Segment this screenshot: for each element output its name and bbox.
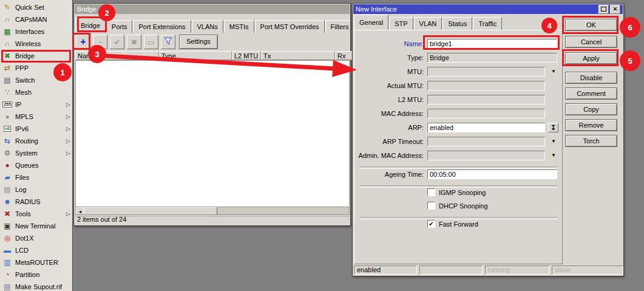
admin-mac-address-field[interactable] bbox=[427, 151, 545, 160]
dropdown-arrow-icon[interactable]: ▼ bbox=[549, 67, 558, 77]
sidebar-item-label: Wireless bbox=[15, 40, 41, 47]
antenna-icon: ∩ bbox=[2, 15, 12, 24]
actual-mtu-field[interactable] bbox=[427, 81, 545, 91]
bridge-window-titlebar[interactable]: Bridge bbox=[75, 4, 350, 14]
type-field[interactable]: Bridge bbox=[427, 53, 557, 63]
dhcp-snooping-checkbox[interactable] bbox=[427, 202, 435, 210]
sidebar-item-lcd[interactable]: ▬LCD bbox=[0, 244, 72, 256]
sidebar-item-bridge[interactable]: ✖Bridge bbox=[0, 50, 72, 62]
bridge-icon: ✖ bbox=[2, 51, 12, 61]
sidebar-item-label: IPv6 bbox=[15, 125, 29, 132]
sidebar-item-metarouter[interactable]: ▥MetaROUTER bbox=[0, 256, 72, 269]
l2-mtu-field-label: L2 MTU: bbox=[354, 95, 424, 104]
dialog-tab-vlan[interactable]: VLAN bbox=[414, 17, 442, 30]
disable-icon: ✖ bbox=[131, 38, 138, 47]
maximize-button[interactable] bbox=[598, 5, 609, 14]
close-button[interactable]: ✕ bbox=[610, 5, 620, 14]
comment-button[interactable]: Comment bbox=[565, 87, 617, 100]
cancel-button[interactable]: Cancel bbox=[565, 36, 617, 48]
column-header-type[interactable]: Type bbox=[159, 51, 232, 60]
sidebar-item-tools[interactable]: ✖Tools▷ bbox=[0, 208, 72, 220]
bridge-tabbar: BridgePortsPort ExtensionsVLANsMSTIsPort… bbox=[75, 14, 350, 33]
sidebar-item-log[interactable]: ▤Log bbox=[0, 183, 72, 196]
arp-field[interactable]: enabled bbox=[427, 123, 545, 132]
status-segment-2 bbox=[419, 265, 483, 275]
column-header-rx[interactable]: Rx bbox=[335, 51, 354, 60]
dialog-tab-general[interactable]: General bbox=[354, 15, 388, 30]
copy-button[interactable]: Copy bbox=[565, 103, 617, 115]
arp-timeout-field[interactable] bbox=[427, 137, 545, 146]
sidebar-item-system[interactable]: ⚙System▷ bbox=[0, 147, 72, 159]
sidebar-item-mesh[interactable]: ∵Mesh bbox=[0, 86, 72, 98]
settings-button[interactable]: Settings bbox=[179, 35, 218, 49]
sidebar-item-files[interactable]: ▰Files bbox=[0, 171, 72, 183]
annotation-circle-6: 6 bbox=[620, 17, 640, 38]
bridge-tab-vlans[interactable]: VLANs bbox=[192, 20, 223, 33]
bridge-tab-port-extensions[interactable]: Port Extensions bbox=[133, 20, 191, 33]
mac-address-field[interactable] bbox=[427, 109, 545, 118]
column-header-l2-mtu[interactable]: L2 MTU bbox=[232, 51, 261, 60]
dropdown-arrow-icon[interactable]: ▼ bbox=[549, 151, 558, 160]
dropdown-arrow-icon[interactable]: ▼ bbox=[549, 137, 558, 146]
status-segment-1: enabled bbox=[354, 265, 417, 275]
fast-forward-checkbox-row: ✔Fast Forward bbox=[354, 220, 562, 230]
bridge-tab-filters[interactable]: Filters bbox=[325, 20, 350, 33]
sidebar-item-mpls[interactable]: ●MPLS▷ bbox=[0, 111, 72, 123]
igmp-snooping-checkbox-row: IGMP Snooping bbox=[354, 188, 562, 198]
dialog-titlebar[interactable]: New Interface ✕ bbox=[353, 4, 623, 14]
status-segment-4: slave bbox=[552, 265, 623, 275]
dhcp-snooping-checkbox-row: DHCP Snooping bbox=[354, 202, 562, 211]
bridge-list-area[interactable] bbox=[75, 60, 350, 208]
sidebar-item-ipv6[interactable]: v6IPv6▷ bbox=[0, 123, 72, 135]
comment-button[interactable]: ▭ bbox=[144, 35, 158, 49]
name-field[interactable]: bridge1 bbox=[427, 39, 557, 49]
fast-forward-checkbox[interactable]: ✔ bbox=[427, 220, 435, 228]
files-icon: ▰ bbox=[2, 173, 12, 182]
bridge-tab-mstis[interactable]: MSTIs bbox=[224, 20, 254, 33]
ageing-time-field-label: Ageing Time: bbox=[354, 169, 424, 179]
column-header-tx[interactable]: Tx bbox=[261, 51, 335, 60]
apply-button[interactable]: Apply bbox=[565, 52, 617, 64]
disable-button[interactable]: Disable bbox=[565, 72, 617, 84]
torch-button[interactable]: Torch bbox=[565, 135, 617, 147]
arp-field-label: ARP: bbox=[354, 123, 424, 132]
sidebar-item-partition[interactable]: ◔Partition bbox=[0, 269, 72, 281]
scroll-left-icon: ◂ bbox=[79, 209, 81, 214]
routing-icon: ⇆ bbox=[2, 136, 12, 146]
igmp-snooping-checkbox[interactable] bbox=[427, 188, 435, 196]
sidebar-item-wireless[interactable]: ∩Wireless bbox=[0, 38, 72, 50]
bridge-tab-bridge[interactable]: Bridge bbox=[75, 18, 106, 33]
sidebar-item-routing[interactable]: ⇆Routing▷ bbox=[0, 135, 72, 147]
sidebar-item-dot1x[interactable]: ◎Dot1X bbox=[0, 232, 72, 244]
dialog-tab-traffic[interactable]: Traffic bbox=[473, 17, 502, 30]
type-field-label: Type: bbox=[354, 53, 424, 63]
ageing-time-field[interactable]: 00:05:00 bbox=[427, 169, 557, 179]
add-button[interactable]: + bbox=[76, 35, 90, 49]
lcd-icon: ▬ bbox=[2, 245, 12, 255]
sidebar-item-radius[interactable]: ☻RADIUS bbox=[0, 196, 72, 208]
sidebar-item-interfaces[interactable]: ▦Interfaces bbox=[0, 26, 72, 38]
l2-mtu-field[interactable] bbox=[427, 95, 545, 104]
sidebar-item-queues[interactable]: ●Queues bbox=[0, 159, 72, 171]
bridge-tab-ports[interactable]: Ports bbox=[106, 20, 133, 33]
bridge-tab-port-mst-overrides[interactable]: Port MST Overrides bbox=[255, 20, 325, 33]
sidebar-item-ip[interactable]: 255IP▷ bbox=[0, 98, 72, 111]
sidebar-item-make-supout-rif[interactable]: ▤Make Supout.rif bbox=[0, 281, 72, 291]
sidebar-item-quick-set[interactable]: ✎Quick Set bbox=[0, 1, 72, 13]
dialog-tab-stp[interactable]: STP bbox=[389, 17, 413, 30]
sidebar-item-new-terminal[interactable]: ▣New Terminal bbox=[0, 220, 72, 232]
remove-button[interactable]: Remove bbox=[565, 119, 617, 131]
name-field-row: Name:bridge1 bbox=[354, 39, 562, 49]
enable-button[interactable]: ✔ bbox=[110, 35, 124, 49]
annotation-circle-3: 3 bbox=[88, 45, 106, 63]
mtu-field-label: MTU: bbox=[354, 67, 424, 77]
mtu-field[interactable] bbox=[427, 67, 545, 77]
ok-button[interactable]: OK bbox=[565, 19, 617, 31]
filter-button[interactable] bbox=[161, 35, 175, 49]
disable-button[interactable]: ✖ bbox=[127, 35, 141, 49]
dialog-tab-status[interactable]: Status bbox=[442, 17, 472, 30]
sidebar-item-label: Tools bbox=[15, 210, 31, 217]
dropdown-button-icon[interactable]: ↧ bbox=[548, 123, 558, 132]
sidebar-item-capsman[interactable]: ∩CAPsMAN bbox=[0, 13, 72, 26]
type-field-row: Type:Bridge bbox=[354, 53, 562, 63]
